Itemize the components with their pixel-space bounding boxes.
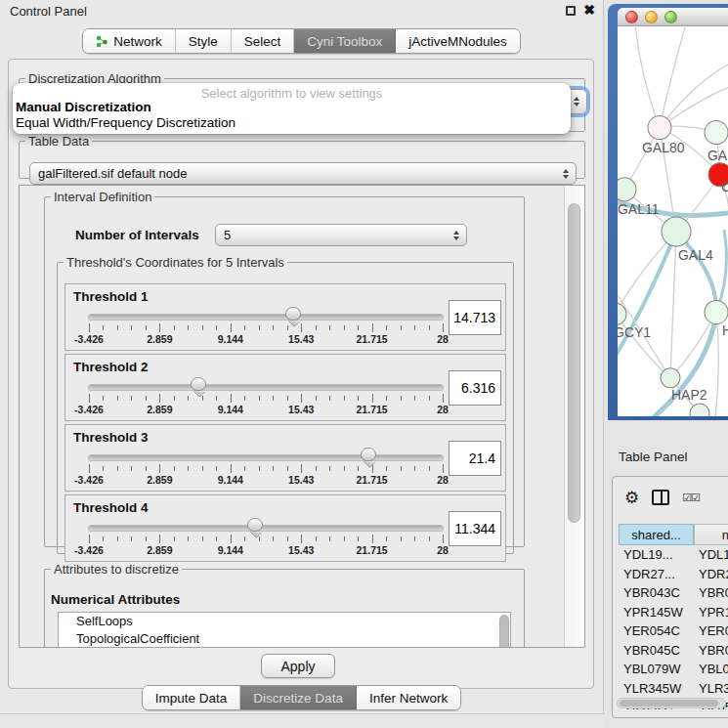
close-icon[interactable]: ✖ (583, 2, 595, 18)
table-row[interactable]: YBR043CYBR043C (619, 583, 728, 603)
columns-icon[interactable] (652, 490, 669, 505)
slider-track[interactable] (89, 526, 443, 531)
float-window-icon[interactable] (566, 6, 576, 16)
tick-mark (131, 536, 132, 541)
zoom-traffic-light-icon[interactable] (664, 11, 677, 23)
slider-track[interactable] (89, 455, 443, 460)
settings-scrollpane: Interval Definition Number of Intervals … (19, 185, 585, 648)
tick-label: 28 (437, 404, 449, 415)
tab-style[interactable]: Style (176, 29, 232, 53)
tick-label: 28 (437, 544, 449, 556)
tick-mark (429, 396, 430, 401)
tick-mark (358, 396, 359, 401)
tab-select[interactable]: Select (232, 29, 295, 53)
threshold-value-field[interactable]: 14.713 (449, 300, 501, 335)
table-data-combo[interactable]: galFiltered.sif default node (29, 162, 577, 185)
network-edge[interactable] (670, 232, 676, 378)
network-node[interactable] (662, 217, 691, 246)
scrollbar-thumb[interactable] (568, 203, 580, 523)
tick-mark (401, 325, 402, 330)
tick-mark (89, 323, 90, 332)
table-column-header[interactable]: name (694, 524, 728, 545)
settings-vertical-scrollbar[interactable] (564, 186, 584, 647)
apply-button[interactable]: Apply (261, 654, 335, 678)
attributes-list-scrollbar[interactable] (499, 615, 509, 647)
algorithm-popup-item[interactable]: Equal Width/Frequency Discretization (13, 115, 571, 131)
slider-thumb[interactable] (285, 307, 301, 321)
slider-track[interactable] (89, 385, 443, 390)
network-canvas[interactable]: GAL80GACGAL11GAL4GCY1HHAP2 (618, 27, 728, 416)
slider-track[interactable] (89, 315, 443, 320)
tick-mark (372, 535, 373, 543)
close-traffic-light-icon[interactable] (625, 11, 638, 23)
minimize-traffic-light-icon[interactable] (645, 11, 658, 23)
table-row[interactable]: YPR145WYPR145W (619, 603, 728, 622)
table-cell: YDL19... (619, 545, 694, 565)
tick-mark (103, 536, 104, 541)
threshold-value-field[interactable]: 6.316 (449, 370, 501, 406)
tab-infer-network[interactable]: Infer Network (357, 686, 460, 709)
tick-label: 21.715 (357, 474, 388, 486)
table-row[interactable]: YBR045CYBR045C (619, 641, 728, 661)
table-row[interactable]: YLR345WYLR345W (619, 679, 728, 699)
tab-network[interactable]: Network (83, 29, 176, 53)
number-of-intervals-combo[interactable]: 5 (215, 224, 467, 246)
network-edge[interactable] (618, 232, 676, 365)
threshold-value-field[interactable]: 21.4 (449, 441, 501, 476)
gear-icon[interactable]: ⚙ (624, 490, 639, 506)
network-node[interactable] (705, 120, 728, 144)
table-cell: YBR045C (694, 641, 728, 661)
attribute-list-item[interactable]: SelfLoops (59, 613, 510, 630)
tick-mark (159, 535, 160, 543)
tick-mark (131, 396, 132, 401)
tick-mark (301, 535, 302, 543)
tab-discretize-data[interactable]: Discretize Data (240, 686, 357, 709)
table-row[interactable]: YER054CYER054C (619, 621, 728, 641)
slider-thumb[interactable] (361, 448, 376, 461)
tick-label: 9.144 (218, 333, 243, 345)
network-node[interactable] (648, 115, 671, 139)
table-data-combo-value: galFiltered.sif default node (38, 166, 187, 181)
tick-mark (414, 325, 415, 330)
checkboxes-icon[interactable]: ☑☑ (682, 492, 700, 504)
interval-definition-title: Interval Definition (51, 190, 154, 204)
threshold-value-field[interactable]: 11.344 (449, 511, 501, 546)
tick-mark (443, 323, 444, 332)
table-cell: YBR043C (694, 583, 728, 603)
tick-mark (188, 396, 189, 401)
table-cell: YLR345W (694, 679, 728, 699)
algorithm-popup-item[interactable]: Manual Discretization (13, 100, 571, 115)
tick-mark (146, 325, 147, 330)
scrollbar-thumb[interactable] (620, 700, 718, 707)
interval-definition-group: Interval Definition Number of Intervals … (44, 190, 525, 547)
tick-mark (202, 466, 203, 471)
tab-cyni-toolbox[interactable]: Cyni Toolbox (294, 29, 396, 53)
table-row[interactable]: YDR27...YDR27... (619, 565, 728, 584)
attribute-list-item[interactable]: TopologicalCoefficient (59, 630, 510, 648)
tick-mark (259, 325, 260, 330)
network-edge[interactable] (635, 27, 660, 128)
network-edge[interactable] (660, 61, 728, 127)
tick-mark (103, 396, 104, 401)
slider-thumb[interactable] (247, 518, 263, 532)
numerical-attributes-list[interactable]: SelfLoopsTopologicalCoefficientBetweenne… (58, 612, 511, 647)
slider-thumb[interactable] (191, 377, 206, 391)
tick-label: 2.859 (147, 333, 172, 345)
tick-mark (372, 394, 373, 403)
table-horizontal-scrollbar[interactable] (617, 698, 726, 708)
network-node-label: HAP2 (671, 387, 707, 403)
tick-mark (103, 466, 104, 471)
network-node[interactable] (705, 300, 728, 323)
table-row[interactable]: YDL19...YDL19... (619, 545, 728, 565)
number-of-intervals-label: Number of Intervals (75, 228, 199, 242)
screen: Control Panel ✖ NetworkStyleSelectCyni T… (0, 0, 728, 728)
tab-impute-data[interactable]: Impute Data (143, 686, 241, 709)
table-row[interactable]: YBL079WYBL079W (619, 660, 728, 679)
tick-mark (159, 323, 160, 332)
network-node[interactable] (661, 368, 680, 388)
network-node[interactable] (618, 178, 636, 201)
table-column-header[interactable]: shared... (619, 524, 694, 545)
tab-jactivemnodules[interactable]: jActiveMNodules (396, 29, 520, 53)
network-edge[interactable] (716, 230, 727, 312)
tick-mark (344, 396, 345, 401)
